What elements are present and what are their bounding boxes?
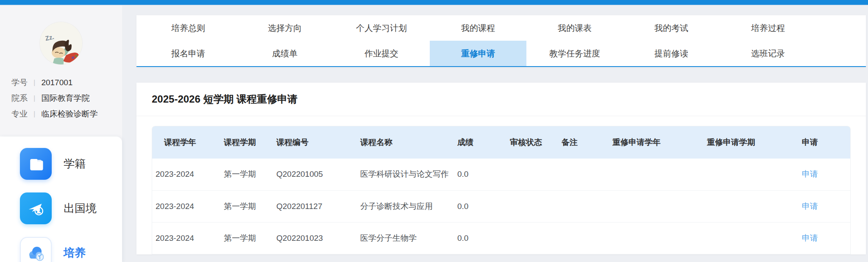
tab-direction-selection[interactable]: 选择方向 xyxy=(236,15,333,41)
cell-course-name: 医学科研设计与论文写作 xyxy=(357,159,454,190)
cell-remark xyxy=(558,222,609,254)
cell-review-status xyxy=(506,159,558,190)
tab-teaching-task-progress[interactable]: 教学任务进度 xyxy=(526,41,623,66)
table-header-row: 课程学年 课程学期 课程编号 课程名称 成绩 审核状态 备注 重修申请学年 重修… xyxy=(152,126,850,159)
table-row: 2023-2024 第一学期 Q202201023 医学分子生物学 0.0 申请 xyxy=(152,222,850,254)
tab-transcript[interactable]: 成绩单 xyxy=(236,41,333,66)
cell-apply: 申请 xyxy=(798,222,850,254)
tab-enrollment-application[interactable]: 报名申请 xyxy=(140,41,236,66)
sidebar-item-label: 出国境 xyxy=(64,201,97,216)
col-course-year: 课程学年 xyxy=(152,126,220,159)
table-row: 2023-2024 第一学期 Q202201127 分子诊断技术与应用 0.0 … xyxy=(152,190,850,222)
cell-retake-year xyxy=(609,222,704,254)
avatar-illustration: Zz. xyxy=(40,22,82,64)
cell-remark xyxy=(558,190,609,222)
user-avatar: Zz. xyxy=(40,22,82,64)
field-divider: | xyxy=(33,110,35,118)
department-label: 院系 xyxy=(11,93,29,104)
sidebar-item-cultivation[interactable]: 培养 xyxy=(0,231,122,262)
tab-class-selection-records[interactable]: 选班记录 xyxy=(720,41,816,66)
department-value: 国际教育学院 xyxy=(41,93,89,104)
sidebar-item-label: 培养 xyxy=(64,245,86,260)
col-course-code: 课程编号 xyxy=(273,126,357,159)
student-id-value: 2017001 xyxy=(41,78,72,87)
cell-course-term: 第一学期 xyxy=(220,222,273,254)
col-apply: 申请 xyxy=(798,126,850,159)
tab-row-1: 培养总则 选择方向 个人学习计划 我的课程 我的课表 我的考试 培养过程 xyxy=(136,15,866,41)
top-navbar xyxy=(0,0,868,5)
cell-retake-term xyxy=(704,190,798,222)
tab-early-study[interactable]: 提前修读 xyxy=(623,41,720,66)
col-review-status: 审核状态 xyxy=(506,126,558,159)
sidebar-item-student-status[interactable]: 学籍 xyxy=(0,142,122,186)
cell-score: 0.0 xyxy=(454,159,506,190)
tab-my-courses[interactable]: 我的课程 xyxy=(430,15,526,41)
col-course-name: 课程名称 xyxy=(357,126,454,159)
apply-link[interactable]: 申请 xyxy=(802,202,818,211)
major-label: 专业 xyxy=(11,109,29,120)
cell-review-status xyxy=(506,190,558,222)
col-score: 成绩 xyxy=(454,126,506,159)
tab-my-timetable[interactable]: 我的课表 xyxy=(526,15,623,41)
cell-retake-year xyxy=(609,190,704,222)
col-remark: 备注 xyxy=(558,126,609,159)
cell-retake-term xyxy=(704,159,798,190)
field-divider: | xyxy=(33,94,35,103)
plane-abroad-icon xyxy=(20,192,52,224)
cell-course-name: 医学分子生物学 xyxy=(357,222,454,254)
cell-course-term: 第一学期 xyxy=(220,159,273,190)
apply-link[interactable]: 申请 xyxy=(802,170,818,178)
profile-field-student-id: 学号 | 2017001 xyxy=(11,75,122,90)
sidebar: Zz. 学号 | 2017001 院系 | 国际教育学院 专业 | 临床检验诊断 xyxy=(0,6,122,262)
tab-homework-submission[interactable]: 作业提交 xyxy=(333,41,430,66)
page-title: 2025-2026 短学期 课程重修申请 xyxy=(152,92,298,106)
cell-remark xyxy=(558,159,609,190)
cell-score: 0.0 xyxy=(454,222,506,254)
courses-table: 课程学年 课程学期 课程编号 课程名称 成绩 审核状态 备注 重修申请学年 重修… xyxy=(152,126,851,254)
col-retake-term: 重修申请学期 xyxy=(704,126,798,159)
retake-application-panel: 2025-2026 短学期 课程重修申请 课程学年 课程学期 课程编号 课程名称… xyxy=(136,83,866,254)
sidebar-item-label: 学籍 xyxy=(64,156,86,171)
cell-course-code: Q202201005 xyxy=(273,159,357,190)
cell-course-code: Q202201023 xyxy=(273,222,357,254)
profile-field-department: 院系 | 国际教育学院 xyxy=(11,90,122,106)
major-value: 临床检验诊断学 xyxy=(41,109,97,120)
cell-course-term: 第一学期 xyxy=(220,190,273,222)
field-divider: | xyxy=(33,78,35,87)
tab-bar: 培养总则 选择方向 个人学习计划 我的课程 我的课表 我的考试 培养过程 报名申… xyxy=(136,15,866,67)
tab-row-2: 报名申请 成绩单 作业提交 重修申请 教学任务进度 提前修读 选班记录 xyxy=(136,41,866,66)
sidebar-item-abroad[interactable]: 出国境 xyxy=(0,186,122,231)
cell-review-status xyxy=(506,222,558,254)
cell-apply: 申请 xyxy=(798,190,850,222)
tab-personal-study-plan[interactable]: 个人学习计划 xyxy=(333,15,430,41)
tab-cultivation-process[interactable]: 培养过程 xyxy=(720,15,816,41)
sidebar-menu: 学籍 出国境 xyxy=(0,137,122,262)
cell-course-name: 分子诊断技术与应用 xyxy=(357,190,454,222)
apply-link[interactable]: 申请 xyxy=(802,234,818,242)
col-course-term: 课程学期 xyxy=(220,126,273,159)
student-id-label: 学号 xyxy=(11,77,29,88)
cell-score: 0.0 xyxy=(454,190,506,222)
profile-field-major: 专业 | 临床检验诊断学 xyxy=(11,106,122,122)
panel-header: 2025-2026 短学期 课程重修申请 xyxy=(136,83,866,116)
cell-course-year: 2023-2024 xyxy=(152,159,220,190)
cell-retake-term xyxy=(704,222,798,254)
tab-cultivation-rules[interactable]: 培养总则 xyxy=(140,15,236,41)
cell-course-year: 2023-2024 xyxy=(152,222,220,254)
cell-apply: 申请 xyxy=(798,159,850,190)
tab-retake-application[interactable]: 重修申请 xyxy=(430,41,526,66)
cell-course-year: 2023-2024 xyxy=(152,190,220,222)
col-retake-year: 重修申请学年 xyxy=(609,126,704,159)
folder-icon xyxy=(20,148,52,180)
cloud-cultivation-icon xyxy=(20,237,52,262)
table-row: 2023-2024 第一学期 Q202201005 医学科研设计与论文写作 0.… xyxy=(152,159,850,190)
cell-course-code: Q202201127 xyxy=(273,190,357,222)
tab-my-exams[interactable]: 我的考试 xyxy=(623,15,720,41)
profile-info: 学号 | 2017001 院系 | 国际教育学院 专业 | 临床检验诊断学 xyxy=(0,75,122,122)
cell-retake-year xyxy=(609,159,704,190)
